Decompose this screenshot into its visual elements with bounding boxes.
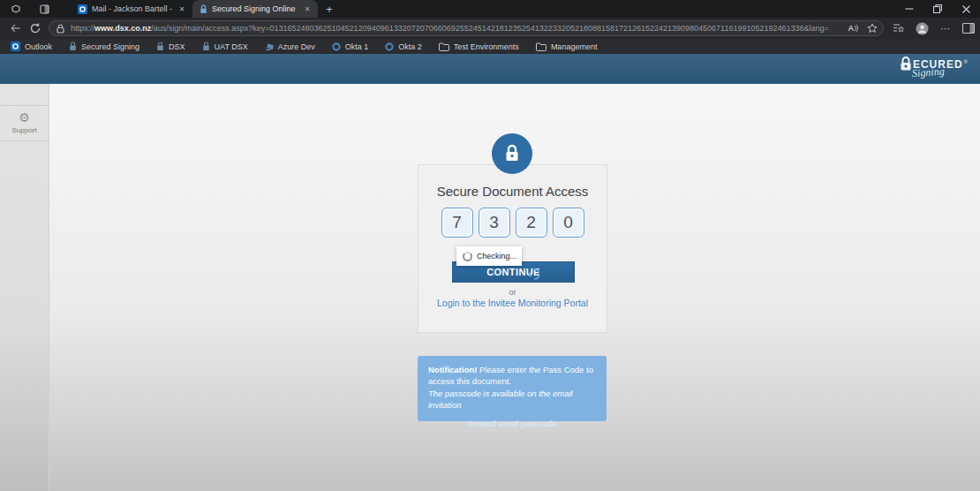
site-header: ECURED ® Signing: [0, 54, 980, 84]
favorite-star-icon[interactable]: [867, 23, 878, 34]
toolbar-right: ⋯: [893, 22, 975, 35]
tab-secured-signing[interactable]: Secured Signing Online Documen... ✕: [192, 0, 318, 18]
passcode-digit-2[interactable]: 3: [479, 208, 510, 238]
page-body: ⚙ Support Secure Document Access 7 3 2 0…: [0, 84, 980, 491]
okta-icon: [332, 42, 341, 51]
folder-icon: [439, 42, 449, 51]
checking-label: Checking...: [477, 252, 516, 261]
support-label: Support: [0, 126, 49, 134]
notification-title: Notification!: [428, 365, 477, 374]
tab-title: Mail - Jackson Bartell - Outlook: [92, 4, 172, 13]
secured-signing-favicon: [200, 4, 207, 14]
browser-toolbar: https://www.dsx.co.nz/aus/sign/main/acce…: [0, 18, 980, 39]
bookmark-secured-signing[interactable]: Secured Signing: [69, 42, 139, 51]
notification-note: The passcode is available on the email i…: [428, 388, 596, 412]
left-sidebar: ⚙ Support: [0, 84, 49, 491]
logo-script-word: Signing: [911, 64, 964, 80]
outlook-favicon: [78, 4, 87, 14]
minimize-button[interactable]: [895, 0, 923, 18]
tab-outlook[interactable]: Mail - Jackson Bartell - Outlook ✕: [71, 0, 192, 18]
sidebar-item-support[interactable]: ⚙ Support: [0, 105, 49, 141]
passcode-digit-4[interactable]: 0: [553, 208, 584, 238]
folder-icon: [536, 42, 547, 51]
checking-tooltip: Checking...: [456, 246, 522, 266]
tab-close-icon[interactable]: ✕: [177, 5, 187, 13]
restore-button[interactable]: [923, 0, 952, 18]
logo-registered-mark: ®: [964, 59, 968, 64]
profile-avatar[interactable]: [916, 22, 929, 35]
new-tab-button[interactable]: +: [318, 3, 341, 16]
lock-favicon-icon: [69, 42, 77, 51]
invitee-portal-link[interactable]: Login to the Invitee Monitoring Portal: [418, 298, 607, 308]
or-separator: or: [418, 288, 607, 297]
browser-window: Mail - Jackson Bartell - Outlook ✕ Secur…: [0, 0, 980, 491]
bookmark-dsx[interactable]: DSX: [156, 42, 185, 51]
passcode-inputs: 7 3 2 0: [418, 208, 607, 238]
secure-access-card: Secure Document Access 7 3 2 0 Checking.…: [418, 164, 607, 333]
outlook-icon: [11, 42, 20, 51]
notification-message: Notification! Please enter the Pass Code…: [428, 364, 596, 388]
workspaces-icon[interactable]: [5, 0, 26, 18]
sidebar-panel-icon[interactable]: [962, 23, 975, 34]
bookmark-okta-2[interactable]: Okta 2: [385, 42, 422, 51]
address-bar[interactable]: https://www.dsx.co.nz/aus/sign/main/acce…: [49, 20, 884, 36]
okta-icon: [385, 42, 394, 51]
lock-favicon-icon: [156, 42, 164, 51]
tab-actions-icon[interactable]: [34, 0, 55, 18]
notification-panel: Notification! Please enter the Pass Code…: [418, 356, 607, 421]
checking-spinner-icon: [463, 252, 472, 261]
azure-icon: [265, 42, 274, 51]
lock-icon: [504, 144, 520, 163]
favorites-hub-icon[interactable]: [893, 23, 904, 34]
tab-title: Secured Signing Online Documen...: [212, 4, 298, 13]
passcode-digit-3[interactable]: 2: [516, 208, 547, 238]
address-bar-actions: A: [843, 21, 878, 35]
bookmark-okta-1[interactable]: Okta 1: [332, 42, 369, 51]
bookmarks-bar: Outlook Secured Signing DSX UAT DSX Azur…: [0, 39, 980, 54]
bookmark-azure-dev[interactable]: Azure Dev: [265, 42, 315, 51]
url-path: /aus/sign/main/access.aspx?key=013165248…: [151, 24, 829, 33]
window-controls: [895, 0, 980, 18]
https-lock-icon: [57, 24, 64, 34]
gear-icon: ⚙: [0, 111, 49, 124]
browser-titlebar: Mail - Jackson Bartell - Outlook ✕ Secur…: [0, 0, 980, 18]
url-text: https://www.dsx.co.nz/aus/sign/main/acce…: [71, 24, 876, 33]
url-domain: www.dsx.co.nz: [94, 24, 151, 33]
card-title: Secure Document Access: [418, 184, 607, 199]
back-icon[interactable]: [5, 19, 26, 38]
bookmark-folder-test-environments[interactable]: Test Environments: [439, 42, 519, 51]
url-scheme: https://: [71, 24, 94, 33]
refresh-icon[interactable]: [26, 19, 46, 38]
busy-cursor-icon: [529, 268, 540, 280]
bookmark-uat-dsx[interactable]: UAT DSX: [202, 42, 248, 51]
tab-close-icon[interactable]: ✕: [302, 5, 313, 13]
logo-lock-icon: [900, 57, 912, 72]
resend-passcode-link[interactable]: Resend email passcode: [428, 418, 596, 429]
read-aloud-icon[interactable]: A: [848, 24, 859, 33]
close-window-button[interactable]: [952, 0, 980, 18]
passcode-digit-1[interactable]: 7: [441, 208, 473, 238]
settings-more-icon[interactable]: ⋯: [940, 23, 951, 34]
lock-badge: [492, 133, 532, 174]
bookmark-folder-management[interactable]: Management: [536, 42, 598, 51]
secured-signing-logo: ECURED ® Signing: [900, 57, 968, 79]
lock-favicon-icon: [202, 42, 210, 51]
bookmark-outlook[interactable]: Outlook: [11, 42, 52, 51]
